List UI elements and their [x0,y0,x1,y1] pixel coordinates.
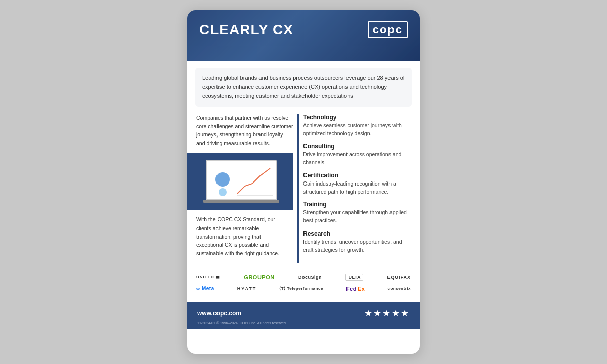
left-top-text: Companies that partner with us resolve c… [196,114,293,148]
logo-ulta: ULTA [345,274,363,281]
logo-fedex: FedEx [346,286,365,292]
service-technology-desc: Achieve seamless customer journeys with … [303,122,413,138]
service-consulting: Consulting Drive improvement across oper… [303,143,413,167]
service-certification-title: Certification [303,172,413,179]
logo-hyatt: HYATT [237,286,257,291]
laptop-screen [206,160,277,200]
service-certification-desc: Gain industry-leading recognition with a… [303,180,413,196]
screen-chart [237,166,273,196]
service-research-title: Research [303,230,413,237]
card-header: CLEARLY CX copc [187,10,420,61]
service-consulting-title: Consulting [303,143,413,150]
main-content: Companies that partner with us resolve c… [187,107,420,263]
circle-small [219,188,227,196]
logos-row-2: ∞ Meta HYATT ⟨T⟩ Teleperformance FedEx c… [196,286,411,292]
copc-logo: copc [368,21,408,38]
service-certification: Certification Gain industry-leading reco… [303,172,413,196]
service-training-desc: Strengthen your capabilities through app… [303,209,413,225]
service-research-desc: Identify trends, uncover opportunities, … [303,238,413,254]
page-title: CLEARLY CX [199,22,293,38]
footer-copyright: 11-2024-01 © 1996–2024. COPC Inc. All ri… [197,321,410,325]
logo-meta: ∞ Meta [196,286,214,291]
logos-row-1: UNITED ◼ GROUPON DocuSign ULTA EQUIFAX [196,274,411,281]
service-technology: Technology Achieve seamless customer jou… [303,114,413,138]
laptop-illustration [187,153,293,210]
service-training-title: Training [303,201,413,208]
intro-text: Leading global brands and business proce… [202,74,405,101]
footer-url: www.copc.com [197,310,241,317]
footer-stars: ★★★★★ [364,308,410,319]
left-bottom-text: With the COPC CX Standard, our clients a… [187,210,293,263]
logo-groupon: GROUPON [244,274,274,280]
logo-united: UNITED ◼ [196,275,220,279]
service-consulting-desc: Drive improvement across operations and … [303,151,413,167]
logos-section: UNITED ◼ GROUPON DocuSign ULTA EQUIFAX ∞… [187,267,420,302]
intro-box: Leading global brands and business proce… [195,68,412,107]
circle-big [215,172,230,187]
logo-concentrix: concentrix [387,286,410,291]
service-research: Research Identify trends, uncover opport… [303,230,413,254]
card-footer: www.copc.com ★★★★★ 11-2024-01 © 1996–202… [187,302,420,329]
footer-main: www.copc.com ★★★★★ [197,308,410,319]
logo-docusign: DocuSign [298,275,322,280]
main-card: CLEARLY CX copc Leading global brands an… [187,10,420,354]
services-column: Technology Achieve seamless customer jou… [297,114,420,263]
service-technology-title: Technology [303,114,413,121]
left-column: Companies that partner with us resolve c… [187,114,293,263]
laptop-base [203,200,279,203]
logo-equifax: EQUIFAX [387,275,411,280]
service-training: Training Strengthen your capabilities th… [303,201,413,225]
logo-teleperformance: ⟨T⟩ Teleperformance [279,286,323,291]
